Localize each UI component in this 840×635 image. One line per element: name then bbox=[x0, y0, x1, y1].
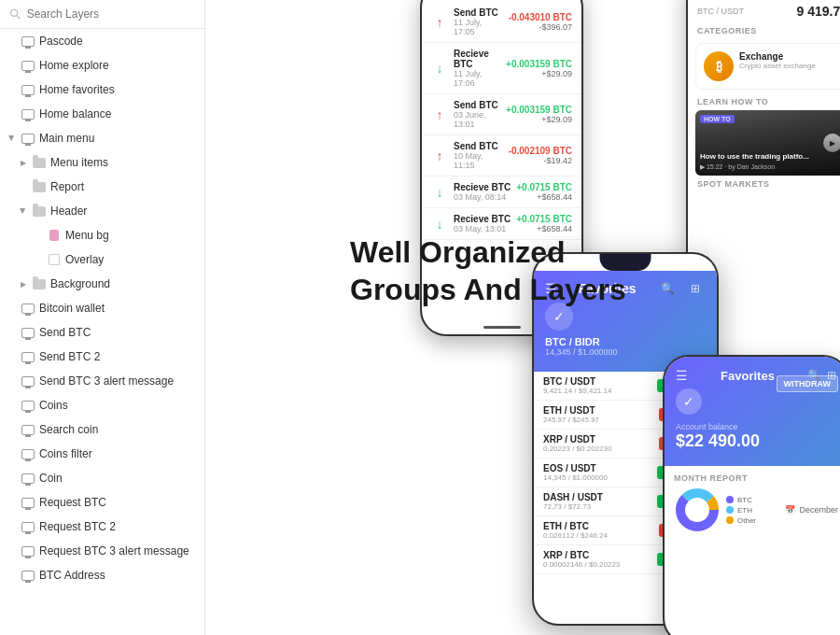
layer-item-coins[interactable]: Coins bbox=[0, 393, 204, 417]
month-label: 📅 December bbox=[785, 505, 838, 515]
tx-btc: +0.0715 BTC bbox=[516, 214, 572, 224]
btc-label: BTC / USDT bbox=[697, 7, 744, 16]
layer-label: Request BTC 3 alert message bbox=[39, 544, 189, 557]
rect-pink-icon bbox=[47, 228, 62, 243]
tx-btc: +0.0715 BTC bbox=[516, 182, 572, 192]
layer-item-header[interactable]: ▶ Header bbox=[0, 199, 204, 223]
layer-label: Background bbox=[50, 277, 110, 290]
folder-icon bbox=[32, 155, 47, 170]
tx-usd: -$19.42 bbox=[509, 156, 572, 165]
video-card[interactable]: HOW TO ▶ How to use the trading platfo..… bbox=[695, 110, 840, 176]
layer-item-menu-items[interactable]: ▶ Menu items bbox=[0, 150, 204, 175]
tx-date: 11 July, 17:05 bbox=[454, 18, 503, 36]
report-section: MONTH REPORT BTC ETH bbox=[665, 466, 840, 541]
tx-title: Send BTC bbox=[454, 100, 500, 110]
chevron-icon bbox=[7, 36, 17, 46]
tx-usd: +$658.44 bbox=[516, 192, 572, 202]
layer-item-home-favorites[interactable]: Home favorites bbox=[0, 78, 204, 102]
chevron-icon bbox=[7, 352, 17, 361]
layer-item-menu-bg[interactable]: Menu bg bbox=[0, 223, 204, 247]
exchange-desc: Crypto asset exchange bbox=[739, 62, 816, 70]
screen-icon bbox=[21, 446, 35, 461]
withdraw-button[interactable]: WITHDRAW bbox=[777, 375, 839, 392]
headline-line2: Groups And Layers bbox=[350, 273, 626, 306]
layer-item-send-btc3[interactable]: Send BTC 3 alert message bbox=[0, 369, 204, 393]
receive-arrow-icon: ↓ bbox=[431, 60, 448, 77]
tx-amount: -0.043010 BTC -$396.07 bbox=[509, 12, 572, 32]
chevron-icon bbox=[19, 182, 28, 191]
legend-item: ETH bbox=[737, 506, 752, 515]
layer-item-home-balance[interactable]: Home balance bbox=[0, 102, 204, 126]
tx-amount: +0.0715 BTC +$658.44 bbox=[516, 182, 572, 202]
layer-label: Menu bg bbox=[65, 229, 109, 242]
layer-item-bitcoin-wallet[interactable]: Bitcoin wallet bbox=[0, 296, 204, 320]
screen-icon bbox=[21, 349, 35, 364]
layer-label: Send BTC 2 bbox=[39, 350, 100, 363]
send-arrow-icon: ↑ bbox=[431, 14, 448, 31]
layer-label: Home balance bbox=[39, 107, 111, 120]
layer-item-send-btc2[interactable]: Send BTC 2 bbox=[0, 345, 204, 369]
coin-pair: XRP / BTC bbox=[543, 550, 651, 560]
coin-price: 0.026112 / $246.24 bbox=[543, 531, 653, 540]
exchange-text: Exchange Crypto asset exchange bbox=[739, 51, 816, 81]
layer-item-main-menu[interactable]: ▶ Main menu bbox=[0, 126, 204, 150]
chart-legend: BTC ETH Other bbox=[726, 496, 756, 525]
center-text-block: Well Organized Groups And Layers bbox=[350, 233, 626, 308]
layer-item-send-btc[interactable]: Send BTC bbox=[0, 320, 204, 345]
tx-info: Recieve BTC 11 July, 17:06 bbox=[454, 49, 500, 88]
search-bar[interactable] bbox=[0, 0, 204, 29]
screen-icon bbox=[21, 471, 35, 486]
search-icon[interactable]: 🔍 bbox=[657, 278, 678, 299]
layer-item-report[interactable]: Report bbox=[0, 175, 204, 199]
coin-pair: ETH / BTC bbox=[543, 521, 653, 531]
layer-label: Coin bbox=[39, 472, 63, 485]
layer-item-coin[interactable]: Coin bbox=[0, 466, 204, 490]
screen-icon bbox=[21, 374, 35, 388]
layer-label: Header bbox=[50, 205, 87, 218]
chevron-icon bbox=[7, 328, 17, 337]
layer-item-overlay[interactable]: Overlay bbox=[0, 247, 204, 272]
tx-btc: -0.043010 BTC bbox=[509, 12, 572, 22]
layer-label: Overlay bbox=[65, 253, 104, 266]
layer-item-pascode[interactable]: Pascode bbox=[0, 29, 204, 53]
layer-item-request-btc3[interactable]: Request BTC 3 alert message bbox=[0, 539, 204, 563]
layer-label: Send BTC bbox=[39, 326, 91, 339]
tx-title: Send BTC bbox=[454, 141, 503, 151]
search-input[interactable] bbox=[27, 7, 195, 21]
layer-item-request-btc2[interactable]: Request BTC 2 bbox=[0, 515, 204, 539]
chevron-icon bbox=[7, 109, 17, 119]
tx-info: Send BTC 03 June, 13:01 bbox=[454, 100, 500, 129]
pie-chart bbox=[674, 487, 721, 533]
sidebar: Pascode Home explore Home favorites Home… bbox=[0, 0, 205, 635]
report-label: MONTH REPORT bbox=[674, 473, 838, 483]
exchange-card[interactable]: ₿ Exchange Crypto asset exchange bbox=[695, 43, 840, 90]
layer-item-request-btc[interactable]: Request BTC bbox=[0, 490, 204, 515]
phone-favorites-balance: ☰ Favorites 🔍 ⊞ ✓ Account balance $22 49… bbox=[663, 355, 840, 635]
tx-amount: -0.002109 BTC -$19.42 bbox=[509, 146, 572, 165]
tx-row: ↑ Send BTC 11 July, 17:05 -0.043010 BTC … bbox=[422, 2, 581, 43]
qr-icon[interactable]: ⊞ bbox=[685, 278, 706, 299]
layer-item-coins-filter[interactable]: Coins filter bbox=[0, 442, 204, 466]
tx-row: ↓ Recieve BTC 03 May, 08:14 +0.0715 BTC … bbox=[422, 176, 581, 208]
layer-item-background[interactable]: ▶ Background bbox=[0, 272, 204, 296]
layer-label: Pascode bbox=[39, 35, 83, 48]
tx-usd: +$29.09 bbox=[506, 115, 572, 124]
layer-item-btc-address[interactable]: BTC Address bbox=[0, 563, 204, 587]
layer-label: Report bbox=[50, 180, 84, 193]
layer-item-search-coin[interactable]: Search coin bbox=[0, 417, 204, 442]
main-content: Well Organized Groups And Layers ↑ Send … bbox=[205, 0, 840, 635]
receive-arrow-icon: ↓ bbox=[431, 216, 448, 233]
spot-markets-label: SPOT MARKETS bbox=[688, 176, 840, 192]
chevron-icon bbox=[7, 425, 17, 434]
video-meta: ▶ 15:22 · by Dan Jackson bbox=[700, 163, 840, 171]
screen-icon bbox=[21, 325, 35, 340]
tx-row: ↓ Recieve BTC 11 July, 17:06 +0.003159 B… bbox=[422, 43, 581, 94]
layer-label: Coins bbox=[39, 399, 68, 412]
layer-label: Request BTC bbox=[39, 496, 106, 509]
tx-date: 03 May, 13:01 bbox=[454, 224, 511, 233]
layer-item-home-explore[interactable]: Home explore bbox=[0, 53, 204, 78]
layer-label: Coins filter bbox=[39, 447, 92, 460]
exchange-title: Exchange bbox=[739, 51, 816, 62]
btc-value-row: BTC / USDT 9 419.78 bbox=[688, 0, 840, 22]
send-arrow-icon: ↑ bbox=[431, 148, 448, 164]
